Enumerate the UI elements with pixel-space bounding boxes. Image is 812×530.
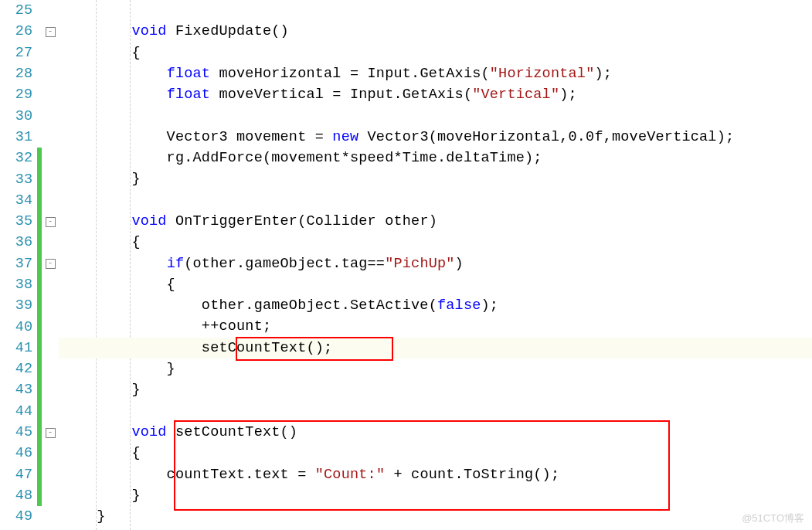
line-number: 48 bbox=[0, 488, 37, 504]
gutter-row: 36 bbox=[0, 232, 59, 253]
code-line[interactable]: { bbox=[59, 42, 812, 63]
code-token: moveHorizontal = Input.GetAxis( bbox=[210, 66, 490, 82]
code-token: FixedUpdate() bbox=[167, 23, 289, 39]
gutter-row: 32 bbox=[0, 148, 59, 168]
line-number: 39 bbox=[0, 297, 37, 314]
change-marker bbox=[37, 506, 42, 527]
gutter-row: 39 bbox=[0, 295, 59, 316]
code-token: void bbox=[131, 213, 166, 229]
code-token: } bbox=[62, 508, 106, 525]
code-token: new bbox=[332, 129, 358, 145]
code-token: void bbox=[131, 23, 166, 39]
code-line[interactable] bbox=[59, 190, 812, 211]
code-token: float bbox=[167, 87, 211, 103]
code-line[interactable]: rg.AddForce(movement*speed*Time.deltaTim… bbox=[59, 148, 812, 168]
line-number: 49 bbox=[0, 508, 37, 525]
code-line[interactable]: setCountText(); bbox=[59, 338, 812, 358]
code-line[interactable]: } bbox=[59, 485, 812, 506]
code-token: OnTriggerEnter(Collider other) bbox=[167, 213, 437, 229]
line-number: 37 bbox=[0, 256, 37, 272]
code-token: rg.AddForce(movement*speed*Time.deltaTim… bbox=[62, 150, 542, 166]
line-number: 41 bbox=[0, 340, 37, 356]
gutter-row: 30 bbox=[0, 105, 59, 126]
fold-collapse-icon[interactable]: - bbox=[46, 27, 56, 37]
code-line[interactable] bbox=[59, 105, 812, 126]
gutter-row: 31 bbox=[0, 127, 59, 148]
fold-column[interactable]: - bbox=[42, 258, 59, 269]
code-token: { bbox=[62, 277, 175, 293]
change-marker bbox=[37, 63, 42, 84]
code-line[interactable] bbox=[59, 401, 812, 422]
code-line[interactable]: ++count; bbox=[59, 316, 812, 337]
code-line[interactable]: void OnTriggerEnter(Collider other) bbox=[59, 211, 812, 232]
gutter-row: 37- bbox=[0, 253, 59, 274]
code-line[interactable]: { bbox=[59, 232, 812, 253]
code-line[interactable]: { bbox=[59, 274, 812, 295]
line-number: 32 bbox=[0, 150, 37, 166]
code-token: ++count; bbox=[62, 318, 271, 335]
fold-column[interactable]: - bbox=[42, 216, 59, 227]
code-token: "Vertical" bbox=[472, 87, 559, 103]
fold-collapse-icon[interactable]: - bbox=[46, 259, 56, 269]
fold-collapse-icon[interactable]: - bbox=[46, 217, 56, 227]
code-line[interactable]: void setCountText() bbox=[59, 422, 812, 443]
code-token: setCountText() bbox=[167, 424, 298, 440]
code-token: + count.ToString(); bbox=[385, 467, 559, 483]
code-token: ) bbox=[455, 256, 464, 272]
fold-column[interactable]: - bbox=[42, 26, 59, 37]
code-editor[interactable]: 2526-272829303132333435-3637-38394041424… bbox=[0, 0, 812, 530]
change-marker bbox=[37, 274, 42, 295]
fold-collapse-icon[interactable]: - bbox=[46, 428, 56, 438]
code-line[interactable]: } bbox=[59, 358, 812, 379]
line-number: 35 bbox=[0, 213, 37, 229]
code-line[interactable]: } bbox=[59, 379, 812, 400]
code-line[interactable]: float moveVertical = Input.GetAxis("Vert… bbox=[59, 84, 812, 105]
code-line[interactable]: if(other.gameObject.tag=="PichUp") bbox=[59, 253, 812, 274]
code-line[interactable]: } bbox=[59, 506, 812, 527]
gutter-row: 44 bbox=[0, 401, 59, 422]
code-token: false bbox=[437, 297, 481, 314]
change-marker bbox=[37, 190, 42, 211]
code-token: } bbox=[62, 382, 141, 398]
code-token: "Horizontal" bbox=[490, 66, 595, 82]
code-token: if bbox=[167, 256, 185, 272]
gutter-row: 40 bbox=[0, 316, 59, 337]
line-number: 45 bbox=[0, 424, 37, 440]
code-token: void bbox=[131, 424, 166, 440]
code-token: ); bbox=[594, 66, 612, 82]
change-marker bbox=[37, 168, 42, 189]
line-number: 34 bbox=[0, 192, 37, 209]
code-line[interactable]: Vector3 movement = new Vector3(moveHoriz… bbox=[59, 127, 812, 148]
watermark: @51CTO博客 bbox=[742, 511, 804, 525]
code-line[interactable]: void FixedUpdate() bbox=[59, 21, 812, 42]
fold-column[interactable]: - bbox=[42, 427, 59, 438]
code-token: Vector3 movement = bbox=[62, 129, 332, 145]
code-line[interactable]: other.gameObject.SetActive(false); bbox=[59, 295, 812, 316]
change-marker bbox=[37, 358, 42, 379]
code-line[interactable]: { bbox=[59, 443, 812, 464]
change-marker bbox=[37, 401, 42, 422]
code-line[interactable]: float moveHorizontal = Input.GetAxis("Ho… bbox=[59, 63, 812, 84]
line-number: 29 bbox=[0, 87, 37, 103]
change-marker bbox=[37, 42, 42, 63]
change-marker bbox=[37, 485, 42, 506]
change-marker bbox=[37, 84, 42, 105]
line-number: 46 bbox=[0, 445, 37, 461]
line-number: 25 bbox=[0, 2, 37, 19]
code-token: ); bbox=[559, 87, 577, 103]
code-token: other.gameObject.SetActive( bbox=[62, 297, 437, 314]
gutter-row: 35- bbox=[0, 211, 59, 232]
code-token: Vector3(moveHorizontal,0.0f,moveVertical… bbox=[358, 129, 734, 145]
code-token: setCountText(); bbox=[62, 340, 332, 356]
code-token: ); bbox=[481, 297, 499, 314]
code-area[interactable]: void FixedUpdate() { float moveHorizonta… bbox=[59, 0, 812, 530]
code-token bbox=[62, 424, 131, 440]
gutter-row: 49 bbox=[0, 506, 59, 527]
code-line[interactable]: } bbox=[59, 168, 812, 189]
code-line[interactable]: countText.text = "Count:" + count.ToStri… bbox=[59, 464, 812, 485]
gutter-row: 42 bbox=[0, 358, 59, 379]
code-line[interactable] bbox=[59, 0, 812, 21]
line-number: 38 bbox=[0, 277, 37, 293]
line-number: 27 bbox=[0, 45, 37, 61]
change-marker bbox=[37, 464, 42, 485]
